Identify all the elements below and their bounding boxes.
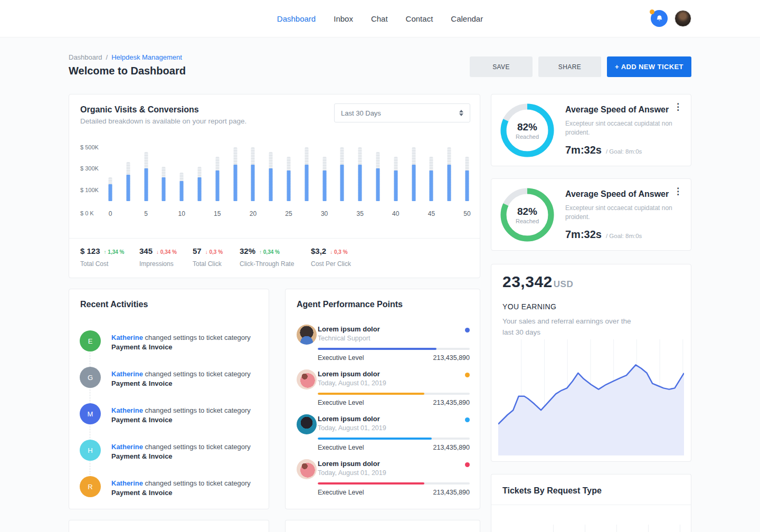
- x-axis-tick: 20: [250, 210, 256, 217]
- status-dot: [465, 328, 470, 332]
- earnings-amount-row: 23,342 USD: [502, 273, 573, 291]
- x-axis-tick: 30: [321, 210, 328, 217]
- agent-level-row: Executive Level213,435,890: [318, 354, 470, 362]
- notification-dot: [650, 10, 654, 14]
- nav-item-contact[interactable]: Contact: [406, 14, 433, 23]
- speed-card-title: Average Speed of Answer: [565, 105, 669, 115]
- avatar: H: [80, 440, 101, 461]
- agent-item[interactable]: Lorem ipsum dolor Today, August 01, 2019…: [297, 368, 470, 411]
- nav-item-chat[interactable]: Chat: [371, 14, 388, 23]
- status-dot: [465, 373, 470, 377]
- agent-avatar: [297, 414, 317, 434]
- nav-item-calendar[interactable]: Calendar: [451, 14, 483, 23]
- bar: [322, 157, 326, 201]
- agent-item[interactable]: Lorem ipsum dolor Technical Support Exec…: [297, 324, 470, 366]
- y-axis-label: $ 300K: [80, 165, 99, 172]
- nav-item-dashboard[interactable]: Dashboard: [277, 14, 316, 23]
- add-new-ticket-button[interactable]: + ADD NEW TICKET: [607, 56, 691, 77]
- activity-item[interactable]: G Katherine changed settings to ticket c…: [80, 367, 259, 401]
- agent-subtitle: Today, August 01, 2019: [318, 424, 386, 432]
- bar: [340, 147, 344, 201]
- period-select[interactable]: Last 30 Days: [334, 103, 470, 122]
- speed-goal: / Goal: 8m:0s: [606, 233, 642, 239]
- bar: [287, 157, 291, 201]
- x-axis-tick: 35: [357, 210, 364, 217]
- avatar: G: [80, 367, 101, 388]
- bar: [126, 162, 130, 201]
- bar: [215, 157, 219, 201]
- breadcrumb: Dashboard/Helpdesk Management: [69, 53, 182, 61]
- x-axis-tick: 0: [109, 210, 112, 217]
- bar: [180, 173, 184, 201]
- speed-card-description: Excepteur sint occaecat cupidatat non pr…: [565, 204, 676, 222]
- stats-divider: [69, 238, 480, 239]
- header-actions: [651, 10, 691, 27]
- agent-performance-title: Agent Performance Points: [297, 300, 403, 309]
- ring-caption: Reached: [516, 134, 539, 140]
- stat-label: Total Click: [193, 260, 222, 268]
- stat-delta: ↓ 0,34 %: [156, 249, 177, 255]
- tickets-by-request-type-card: Tickets By Request Type: [491, 474, 691, 532]
- user-avatar[interactable]: [674, 10, 691, 27]
- bottom-card-partial: [69, 520, 269, 532]
- speed-time-row: 7m:32s / Goal: 8m:0s: [565, 144, 642, 156]
- activity-text: Katherine changed settings to ticket cat…: [111, 369, 251, 388]
- activity-item[interactable]: E Katherine changed settings to ticket c…: [80, 330, 259, 364]
- activity-text: Katherine changed settings to ticket cat…: [111, 442, 251, 461]
- period-select-value: Last 30 Days: [341, 109, 459, 117]
- activity-text: Katherine changed settings to ticket cat…: [111, 479, 251, 498]
- x-axis-tick: 40: [392, 210, 399, 217]
- agent-level-row: Executive Level213,435,890: [318, 489, 470, 496]
- ring-center: 82% Reached: [500, 187, 555, 242]
- bar: [109, 177, 112, 201]
- save-button[interactable]: SAVE: [470, 56, 533, 77]
- ring-center: 82% Reached: [500, 103, 555, 158]
- nav-item-inbox[interactable]: Inbox: [334, 14, 353, 23]
- earnings-card: 23,342 USD YOU EARNING Your sales and re…: [491, 264, 691, 462]
- agent-item[interactable]: Lorem ipsum dolor Today, August 01, 2019…: [297, 413, 470, 455]
- stat-delta: ↓ 0,3 %: [330, 249, 347, 255]
- agent-name: Lorem ipsum dolor: [318, 415, 380, 423]
- agent-avatar: [297, 459, 317, 479]
- activity-item[interactable]: R Katherine changed settings to ticket c…: [80, 476, 259, 510]
- bar: [430, 157, 433, 201]
- kebab-menu-icon[interactable]: ⋮: [673, 187, 682, 196]
- activity-item[interactable]: M Katherine changed settings to ticket c…: [80, 403, 259, 437]
- kebab-menu-icon[interactable]: ⋮: [673, 103, 682, 111]
- agent-avatar: [297, 369, 317, 390]
- progress-bar: [318, 348, 470, 350]
- agent-item[interactable]: Lorem ipsum dolor Today, August 01, 2019…: [297, 458, 470, 500]
- earnings-description: Your sales and referral earnings over th…: [502, 316, 642, 338]
- stat-total-click: 57↓ 0,3 % Total Click: [193, 246, 223, 256]
- top-header: Dashboard Inbox Chat Contact Calendar: [0, 0, 760, 37]
- stat-value: 345: [139, 246, 153, 255]
- avg-speed-card: 82% Reached Average Speed of Answer ⋮ Ex…: [491, 94, 691, 166]
- select-arrows-icon: [459, 110, 463, 116]
- bar: [394, 157, 397, 201]
- bell-icon: [656, 15, 663, 23]
- agent-level-row: Executive Level213,435,890: [318, 399, 470, 406]
- notifications-button[interactable]: [651, 10, 668, 27]
- avatar: E: [80, 330, 101, 352]
- agent-name: Lorem ipsum dolor: [318, 460, 380, 468]
- stat-value: 57: [193, 246, 202, 255]
- breadcrumb-root[interactable]: Dashboard: [69, 53, 102, 61]
- activity-item[interactable]: H Katherine changed settings to ticket c…: [80, 440, 259, 473]
- stat-label: Click-Through Rate: [240, 260, 294, 268]
- share-button[interactable]: SHARE: [538, 56, 601, 77]
- agent-subtitle: Today, August 01, 2019: [318, 469, 386, 477]
- bar: [144, 152, 148, 201]
- stat-impressions: 345↓ 0,34 % Impressions: [139, 246, 177, 256]
- bar: [376, 152, 380, 201]
- bar: [305, 147, 308, 201]
- speed-time-row: 7m:32s / Goal: 8m:0s: [565, 229, 642, 241]
- bar: [233, 147, 237, 201]
- speed-card-title: Average Speed of Answer: [565, 189, 669, 199]
- stat-value: 32%: [240, 246, 255, 255]
- stat-total-cost: $ 123↑ 1,34 % Total Cost: [80, 246, 124, 256]
- agent-subtitle: Technical Support: [318, 335, 370, 342]
- avatar: R: [80, 476, 101, 497]
- breadcrumb-current[interactable]: Helpdesk Management: [111, 53, 182, 61]
- x-axis-tick: 5: [144, 210, 148, 217]
- organic-card-title: Organic Visits & Conversions: [80, 105, 199, 115]
